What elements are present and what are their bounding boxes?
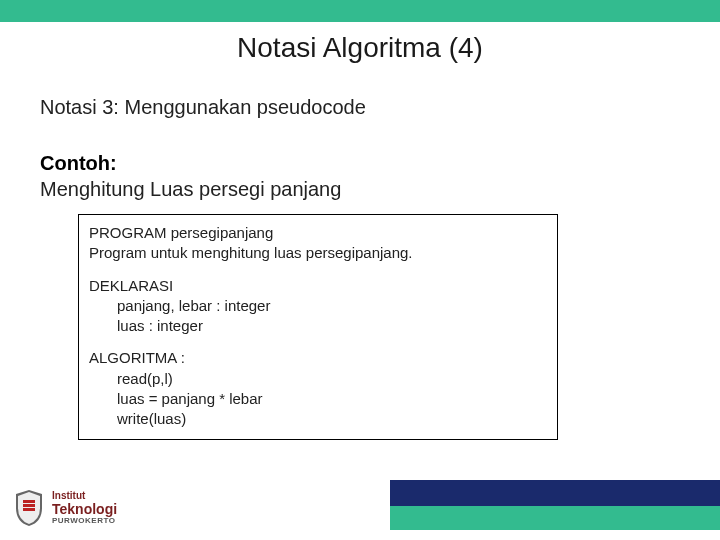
logo-mark-icon <box>12 488 46 528</box>
code-section-header: DEKLARASI <box>89 276 547 296</box>
logo-line1: Institut <box>52 491 117 501</box>
svg-rect-1 <box>23 504 35 507</box>
top-accent-bar <box>0 0 720 22</box>
logo-line3: PURWOKERTO <box>52 517 117 525</box>
code-text: persegipanjang <box>171 224 274 241</box>
code-line: Program untuk menghitung luas persegipan… <box>89 243 547 263</box>
subheading-text: Notasi 3: Menggunakan pseudocode <box>40 96 366 119</box>
footer-bar-navy <box>390 480 720 506</box>
institution-logo: Institut Teknologi PURWOKERTO <box>12 488 117 528</box>
code-line: luas = panjang * lebar <box>89 389 547 409</box>
logo-text: Institut Teknologi PURWOKERTO <box>52 491 117 525</box>
code-line: read(p,l) <box>89 369 547 389</box>
example-description: Menghitung Luas persegi panjang <box>40 178 341 201</box>
svg-rect-0 <box>23 500 35 503</box>
footer-bar-teal <box>390 506 720 530</box>
code-keyword: PROGRAM <box>89 224 167 241</box>
pseudocode-box: PROGRAM persegipanjang Program untuk men… <box>78 214 558 440</box>
slide-title-area: Notasi Algoritma (4) <box>0 22 720 74</box>
slide: Notasi Algoritma (4) Notasi 3: Menggunak… <box>0 0 720 540</box>
svg-rect-2 <box>23 508 35 511</box>
code-line: PROGRAM persegipanjang <box>89 223 547 243</box>
example-label: Contoh: <box>40 152 117 175</box>
code-line: write(luas) <box>89 409 547 429</box>
logo-line2: Teknologi <box>52 502 117 516</box>
code-line: panjang, lebar : integer <box>89 296 547 316</box>
code-section-header: ALGORITMA : <box>89 348 547 368</box>
slide-title: Notasi Algoritma (4) <box>237 32 483 64</box>
code-line: luas : integer <box>89 316 547 336</box>
